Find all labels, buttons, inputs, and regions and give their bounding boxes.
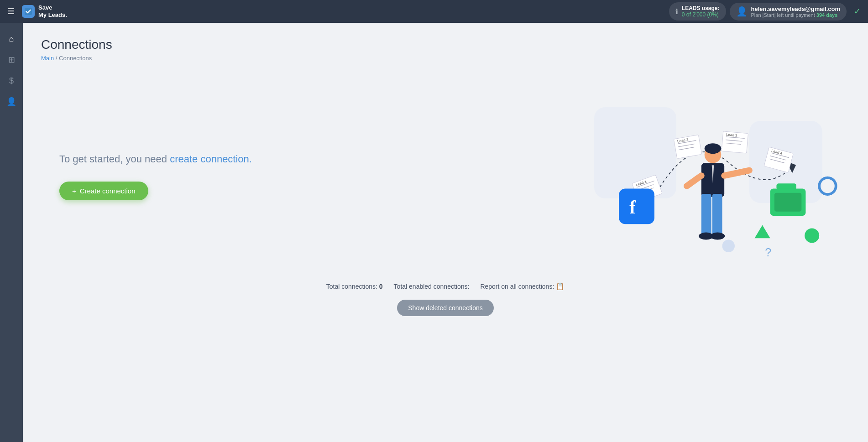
billing-icon: $: [9, 76, 14, 86]
svg-marker-25: [712, 165, 714, 183]
logo: Save My Leads.: [22, 4, 67, 18]
user-avatar-icon: 👤: [736, 6, 748, 17]
deco-circle-green: [805, 228, 819, 243]
sidebar-item-home[interactable]: ⌂: [3, 30, 20, 47]
breadcrumb: Main / Connections: [41, 55, 850, 62]
create-connection-button[interactable]: + Create connection: [59, 182, 148, 200]
card-left-shape: [594, 107, 676, 198]
arc-arrow-start: [643, 212, 650, 221]
navbar: ☰ Save My Leads. ℹ LEADS usage: 0 of 2'0…: [0, 0, 868, 23]
svg-line-8: [679, 147, 694, 150]
report-icon: 📋: [556, 282, 565, 290]
breadcrumb-main[interactable]: Main: [41, 55, 54, 62]
hero-text: To get started, you need create connecti…: [59, 151, 269, 167]
user-plan-text: Plan |Start| left until payment: [751, 12, 815, 18]
logo-save: Save: [38, 4, 67, 11]
leads-usage-count: 0 of 2'000 (0%): [682, 11, 720, 18]
show-deleted-button[interactable]: Show deleted connections: [397, 300, 493, 316]
svg-line-12: [726, 140, 742, 141]
sidebar-item-profile[interactable]: 👤: [3, 93, 20, 110]
svg-rect-27: [712, 194, 722, 235]
lead-paper-3: Lead 3: [722, 131, 748, 153]
card-right-shape: [749, 121, 822, 203]
logo-myleads: My Leads.: [38, 11, 67, 19]
info-icon: ℹ: [675, 7, 678, 16]
leads-usage-label: LEADS usage:: [682, 5, 720, 11]
svg-point-28: [699, 233, 713, 240]
illustration: Lead 1 Lead 2: [576, 84, 850, 267]
user-details: helen.savemyleads@gmail.com Plan |Start|…: [751, 5, 841, 18]
logo-svg: [25, 8, 32, 15]
svg-line-6: [678, 140, 696, 144]
stats-row: Total connections: 0 Total enabled conne…: [41, 282, 850, 291]
user-email: helen.savemyleads@gmail.com: [751, 5, 841, 12]
lead-paper-2: Lead 2: [674, 135, 702, 158]
deco-triangle-green: [754, 225, 770, 239]
deco-circle-blue-small: [722, 240, 735, 252]
svg-line-30: [724, 171, 749, 176]
breadcrumb-current: Connections: [59, 55, 92, 62]
hero-text-highlight: create connection.: [170, 153, 252, 165]
hero-text-prefix: To get started, you need: [59, 153, 170, 165]
leads-usage-info: LEADS usage: 0 of 2'000 (0%): [682, 5, 720, 18]
user-info-widget[interactable]: 👤 helen.savemyleads@gmail.com Plan |Star…: [730, 3, 847, 21]
content-area: Connections Main / Connections To get st…: [23, 23, 868, 442]
svg-rect-5: [674, 135, 702, 158]
sidebar-item-billing[interactable]: $: [3, 72, 20, 89]
hero-section: To get started, you need create connecti…: [41, 80, 850, 271]
svg-line-31: [687, 176, 701, 186]
svg-rect-26: [701, 194, 711, 235]
user-plan: Plan |Start| left until payment 394 days: [751, 12, 841, 18]
total-enabled-text: Total enabled connections:: [394, 283, 470, 290]
days-remaining: 394 days: [816, 12, 837, 18]
connections-icon: ⊞: [8, 55, 15, 65]
logo-text: Save My Leads.: [38, 4, 67, 18]
stats-bar: Total connections: 0 Total enabled conne…: [41, 271, 850, 322]
svg-line-11: [726, 137, 745, 139]
report-text: Report on all connections:: [480, 283, 554, 290]
hamburger-menu[interactable]: ☰: [7, 6, 15, 16]
logo-icon: [22, 5, 35, 18]
svg-point-22: [705, 146, 722, 163]
total-enabled-label: Total enabled connections:: [394, 283, 470, 290]
svg-text:Lead 2: Lead 2: [677, 138, 689, 144]
breadcrumb-separator: /: [56, 55, 59, 62]
home-icon: ⌂: [9, 34, 14, 44]
profile-icon: 👤: [6, 97, 16, 107]
leads-usage-widget[interactable]: ℹ LEADS usage: 0 of 2'000 (0%): [669, 2, 726, 21]
svg-text:f: f: [629, 197, 636, 218]
svg-rect-24: [701, 163, 724, 197]
navbar-left: ☰ Save My Leads.: [7, 4, 67, 18]
total-connections-label: Total connections: 0: [326, 283, 383, 290]
create-connection-label: Create connection: [80, 187, 136, 195]
total-connections-text: Total connections:: [326, 283, 377, 290]
svg-line-13: [725, 143, 741, 145]
svg-text:Lead 3: Lead 3: [726, 133, 738, 138]
report-label: Report on all connections: 📋: [480, 282, 565, 291]
plus-icon: +: [72, 187, 76, 195]
sidebar: ⌂ ⊞ $ 👤: [0, 23, 23, 442]
svg-line-7: [678, 144, 695, 146]
svg-rect-10: [722, 131, 748, 153]
hero-left: To get started, you need create connecti…: [41, 151, 269, 200]
navbar-right: ℹ LEADS usage: 0 of 2'000 (0%) 👤 helen.s…: [669, 2, 861, 21]
deco-question: ?: [765, 246, 771, 259]
page-title: Connections: [41, 37, 850, 52]
checkmark-icon: ✓: [854, 6, 861, 16]
total-connections-value: 0: [379, 283, 383, 290]
svg-point-29: [710, 233, 725, 240]
person-group: [687, 143, 749, 239]
svg-point-23: [705, 143, 722, 154]
sidebar-item-connections[interactable]: ⊞: [3, 51, 20, 68]
main-layout: ⌂ ⊞ $ 👤 Connections Main / Connections T…: [0, 23, 868, 442]
